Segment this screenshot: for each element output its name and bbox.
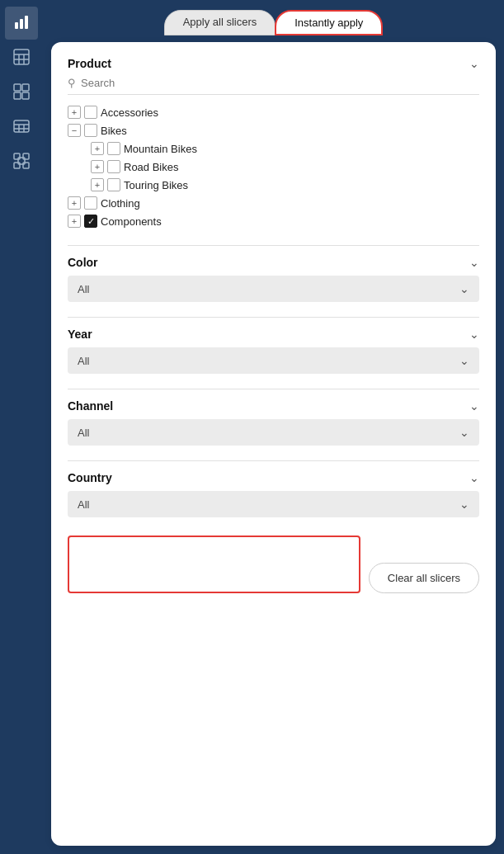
tree-item-mountain-bikes[interactable]: + Mountain Bikes: [68, 139, 479, 158]
label-accessories: Accessories: [101, 106, 158, 119]
svg-rect-2: [25, 16, 28, 29]
search-icon: ⚲: [68, 77, 76, 89]
label-bikes: Bikes: [101, 125, 127, 137]
channel-section: Channel ⌄ All ⌄: [68, 399, 479, 446]
channel-dropdown-chevron-icon: ⌄: [459, 426, 469, 439]
tree-item-road-bikes[interactable]: + Road Bikes: [68, 158, 479, 176]
expander-touring-bikes[interactable]: +: [91, 178, 104, 191]
grid-2-icon: [13, 153, 30, 172]
label-components: Components: [101, 215, 162, 228]
divider-2: [68, 317, 479, 318]
country-dropdown-chevron-icon: ⌄: [459, 498, 469, 511]
tree-item-clothing[interactable]: + Clothing: [68, 194, 479, 212]
product-search-input[interactable]: [81, 77, 479, 89]
table-icon: [13, 49, 30, 68]
sidebar-item-table[interactable]: [5, 41, 38, 74]
country-value: All: [78, 498, 89, 511]
divider-3: [68, 389, 479, 389]
sidebar: [0, 0, 43, 854]
svg-rect-10: [14, 92, 21, 99]
svg-rect-0: [15, 22, 18, 29]
product-search-container: ⚲: [68, 77, 479, 95]
sidebar-item-table-2[interactable]: [5, 111, 38, 144]
checkbox-mountain-bikes[interactable]: [107, 142, 120, 155]
product-section: Product ⌄ ⚲ + Accessories − Bikes: [68, 57, 479, 230]
color-chevron-icon: ⌄: [469, 256, 479, 269]
expander-road-bikes[interactable]: +: [91, 160, 104, 173]
label-mountain-bikes: Mountain Bikes: [124, 143, 197, 155]
tree-item-accessories[interactable]: + Accessories: [68, 103, 479, 121]
table-2-icon: [13, 118, 30, 137]
checkbox-components[interactable]: [84, 215, 97, 228]
grid-1-icon: [13, 83, 30, 102]
color-section: Color ⌄ All ⌄: [68, 256, 479, 302]
checkbox-touring-bikes[interactable]: [107, 178, 120, 191]
checkbox-clothing[interactable]: [84, 196, 97, 210]
tree-item-bikes[interactable]: − Bikes: [68, 121, 479, 139]
country-title: Country: [68, 471, 112, 484]
year-chevron-icon: ⌄: [469, 328, 479, 341]
checkbox-road-bikes[interactable]: [107, 160, 120, 173]
sidebar-item-grid-1[interactable]: [5, 76, 38, 109]
expander-components[interactable]: +: [68, 215, 81, 228]
svg-rect-11: [22, 92, 29, 99]
color-dropdown-chevron-icon: ⌄: [459, 282, 469, 295]
label-road-bikes: Road Bikes: [124, 161, 178, 173]
country-chevron-icon: ⌄: [469, 471, 479, 484]
svg-rect-17: [14, 153, 20, 159]
svg-rect-3: [14, 50, 29, 64]
main-area: Apply all slicers Instantly apply Produc…: [43, 0, 504, 854]
channel-title: Channel: [68, 399, 113, 413]
divider-4: [68, 460, 479, 461]
expander-clothing[interactable]: +: [68, 196, 81, 210]
color-value: All: [78, 283, 89, 295]
bar-chart-icon: [13, 14, 30, 33]
label-clothing: Clothing: [101, 197, 140, 210]
country-dropdown[interactable]: All ⌄: [68, 491, 479, 517]
empty-selection-box: [68, 536, 360, 593]
tree-item-components[interactable]: + Components: [68, 212, 479, 230]
tab-instantly-apply[interactable]: Instantly apply: [275, 10, 383, 35]
tabs-container: Apply all slicers Instantly apply: [51, 10, 496, 35]
color-header[interactable]: Color ⌄: [68, 256, 479, 269]
year-title: Year: [68, 328, 92, 341]
svg-rect-20: [23, 163, 29, 168]
expander-accessories[interactable]: +: [68, 106, 81, 119]
channel-dropdown[interactable]: All ⌄: [68, 419, 479, 446]
year-section: Year ⌄ All ⌄: [68, 328, 479, 374]
channel-chevron-icon: ⌄: [469, 399, 479, 413]
svg-rect-1: [20, 19, 23, 29]
tab-apply-all[interactable]: Apply all slicers: [164, 10, 276, 35]
slicer-panel: Product ⌄ ⚲ + Accessories − Bikes: [51, 42, 496, 846]
sidebar-item-bar-chart[interactable]: [5, 7, 38, 40]
svg-rect-19: [14, 163, 20, 168]
label-touring-bikes: Touring Bikes: [124, 179, 188, 191]
checkbox-bikes[interactable]: [84, 124, 97, 137]
tree-item-touring-bikes[interactable]: + Touring Bikes: [68, 176, 479, 194]
svg-rect-18: [23, 153, 29, 159]
country-section: Country ⌄ All ⌄: [68, 471, 479, 517]
svg-rect-9: [22, 84, 29, 91]
year-header[interactable]: Year ⌄: [68, 328, 479, 341]
divider-1: [68, 245, 479, 246]
country-header[interactable]: Country ⌄: [68, 471, 479, 484]
channel-value: All: [78, 427, 89, 439]
clear-all-slicers-button[interactable]: Clear all slicers: [369, 563, 479, 593]
year-dropdown-chevron-icon: ⌄: [459, 354, 469, 367]
svg-rect-12: [14, 120, 29, 132]
expander-bikes[interactable]: −: [68, 124, 81, 137]
bottom-area: Clear all slicers: [68, 536, 479, 593]
product-chevron-icon: ⌄: [469, 57, 479, 70]
checkbox-accessories[interactable]: [84, 106, 97, 119]
channel-header[interactable]: Channel ⌄: [68, 399, 479, 413]
product-header[interactable]: Product ⌄: [68, 57, 479, 70]
color-title: Color: [68, 256, 98, 269]
year-dropdown[interactable]: All ⌄: [68, 347, 479, 374]
expander-mountain-bikes[interactable]: +: [91, 142, 104, 155]
sidebar-item-grid-2[interactable]: [5, 145, 38, 178]
year-value: All: [78, 355, 89, 367]
color-dropdown[interactable]: All ⌄: [68, 276, 479, 302]
product-title: Product: [68, 57, 111, 70]
svg-rect-8: [14, 84, 21, 91]
